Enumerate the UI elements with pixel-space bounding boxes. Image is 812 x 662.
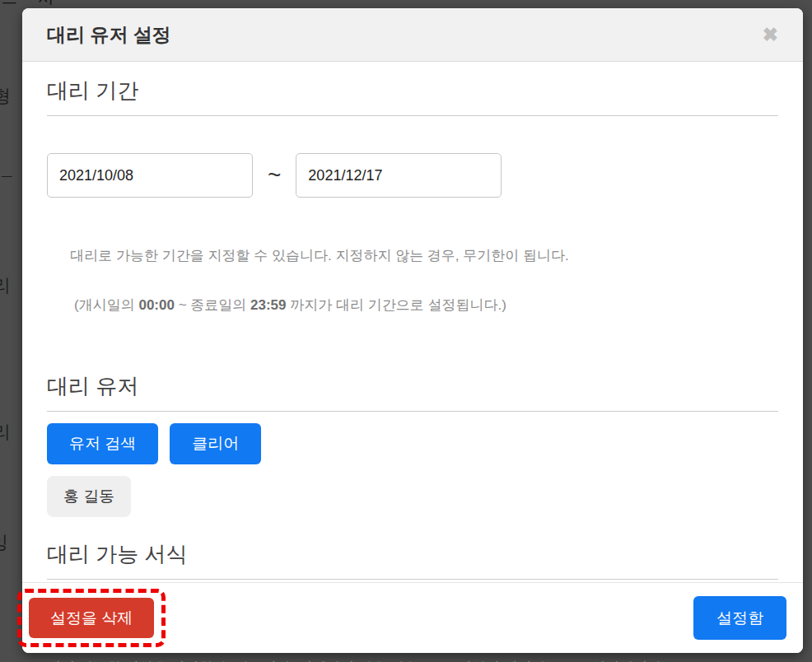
dialog-title: 대리 유저 설정	[47, 22, 171, 48]
proxy-user-heading: 대리 유저	[47, 372, 778, 412]
background-text-fragment: 리	[0, 277, 11, 295]
proxy-forms-heading: 대리 가능 서식	[47, 540, 778, 580]
date-range-row: ~	[47, 153, 778, 198]
dialog-header: 대리 유저 설정 ✖	[22, 8, 803, 62]
selected-user-chip: 홍 길동	[47, 476, 131, 517]
period-help-line1: 대리로 가능한 기간을 지정할 수 있습니다. 지정하지 않는 경우, 무기한이…	[70, 248, 568, 263]
background-text-fragment: 리	[0, 423, 11, 441]
confirm-settings-button[interactable]: 설정함	[693, 596, 786, 640]
start-time-value: 00:00	[138, 297, 174, 313]
user-buttons-row: 유저 검색 클리어	[47, 423, 778, 464]
end-date-input[interactable]	[296, 153, 502, 198]
date-range-separator: ~	[268, 162, 281, 189]
background-text-fragment: 잉	[0, 534, 8, 552]
end-time-value: 23:59	[250, 297, 286, 313]
delete-settings-button[interactable]: 설정을 삭제	[29, 598, 154, 638]
background-text-fragment: 드 서	[2, 0, 62, 6]
user-clear-button[interactable]: 클리어	[170, 423, 261, 464]
proxy-user-settings-dialog: 대리 유저 설정 ✖ 대리 기간 ~ 대리로 가능한 기간을 지정할 수 있습니…	[22, 8, 803, 653]
period-help-text: 대리로 가능한 기간을 지정할 수 있습니다. 지정하지 않는 경우, 무기한이…	[47, 219, 778, 343]
period-help-line2: (개시일의 00:00 ~ 종료일의 23:59 까지가 대리 기간으로 설정됩…	[70, 297, 506, 313]
background-text-fragment: ㅡ	[0, 167, 13, 180]
start-date-input[interactable]	[47, 153, 253, 198]
delete-button-wrap: 설정을 삭제	[29, 598, 154, 638]
dialog-footer: 설정을 삭제 설정함	[22, 582, 803, 653]
dialog-body: 대리 기간 ~ 대리로 가능한 기간을 지정할 수 있습니다. 지정하지 않는 …	[22, 62, 803, 662]
proxy-period-heading: 대리 기간	[47, 77, 778, 116]
background-text-fragment: 형	[0, 87, 11, 105]
user-search-button[interactable]: 유저 검색	[47, 423, 158, 464]
close-icon[interactable]: ✖	[763, 26, 778, 44]
forms-help-text: 대리 가능한 서식을 지정할 수 있습니다. 지정하지 않을 경우, 모든 서식…	[47, 655, 778, 662]
